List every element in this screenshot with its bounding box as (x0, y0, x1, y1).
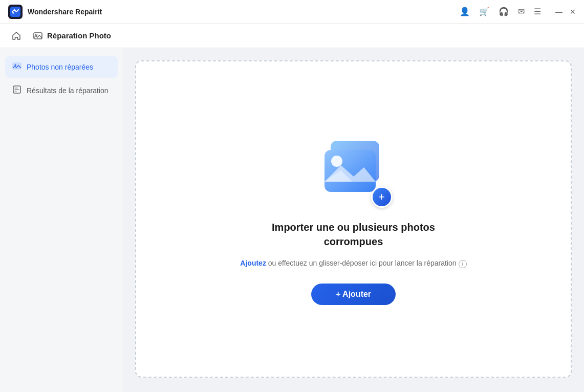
titlebar-left: Wondershare Repairit (8, 5, 102, 19)
svg-rect-5 (13, 63, 21, 69)
subtitle-highlight: Ajoutez (240, 259, 266, 267)
unrepaired-photos-icon (12, 61, 21, 73)
home-button[interactable] (8, 28, 25, 44)
cart-icon[interactable]: 🛒 (479, 8, 489, 16)
mail-icon[interactable]: ✉ (518, 8, 525, 16)
photo-repair-icon (33, 31, 43, 41)
sidebar-item-unrepairedphotos-label: Photos non réparées (27, 63, 93, 71)
user-icon[interactable]: 👤 (460, 8, 470, 16)
drop-zone-title: Importer une ou plusieurs photos corromp… (272, 220, 435, 249)
plus-badge-inner: + (373, 188, 391, 206)
add-button[interactable]: + Ajouter (311, 284, 396, 305)
svg-point-6 (15, 64, 16, 66)
header-nav: Réparation Photo (0, 24, 584, 48)
repair-results-icon (12, 85, 21, 96)
app-title: Wondershare Repairit (28, 8, 102, 16)
info-icon[interactable]: i (459, 260, 467, 268)
content-area: + Importer une ou plusieurs photos corro… (123, 48, 584, 392)
close-button[interactable]: ✕ (570, 8, 576, 15)
svg-point-10 (331, 156, 342, 167)
sidebar-item-repairresults-label: Résultats de la réparation (27, 86, 109, 95)
win-controls: — ✕ (555, 8, 576, 15)
svg-point-2 (12, 12, 14, 14)
photo-icon-wrapper: + (313, 128, 395, 210)
nav-section: Réparation Photo (33, 31, 111, 41)
titlebar-icons: 👤 🛒 🎧 ✉ ☰ — ✕ (460, 8, 576, 16)
svg-rect-9 (325, 150, 376, 192)
sidebar: Photos non réparées Résultats de la répa… (0, 48, 123, 392)
main-layout: Photos non réparées Résultats de la répa… (0, 48, 584, 392)
sidebar-item-unrepairedphotos[interactable]: Photos non réparées (5, 56, 118, 78)
sidebar-item-repairresults[interactable]: Résultats de la réparation (5, 80, 118, 101)
headset-icon[interactable]: 🎧 (499, 8, 509, 16)
drop-zone-subtitle: Ajoutez ou effectuez un glisser-déposer … (240, 259, 466, 268)
home-icon (11, 31, 21, 41)
menu-icon[interactable]: ☰ (534, 8, 541, 16)
plus-badge: + (371, 186, 393, 208)
drop-zone[interactable]: + Importer une ou plusieurs photos corro… (135, 60, 572, 378)
titlebar: Wondershare Repairit 👤 🛒 🎧 ✉ ☰ — ✕ (0, 0, 584, 24)
app-logo (8, 5, 23, 19)
nav-section-title: Réparation Photo (47, 31, 111, 40)
svg-rect-3 (34, 33, 42, 39)
minimize-button[interactable]: — (555, 8, 563, 15)
subtitle-rest: ou effectuez un glisser-déposer ici pour… (266, 259, 457, 267)
svg-point-4 (36, 34, 37, 35)
